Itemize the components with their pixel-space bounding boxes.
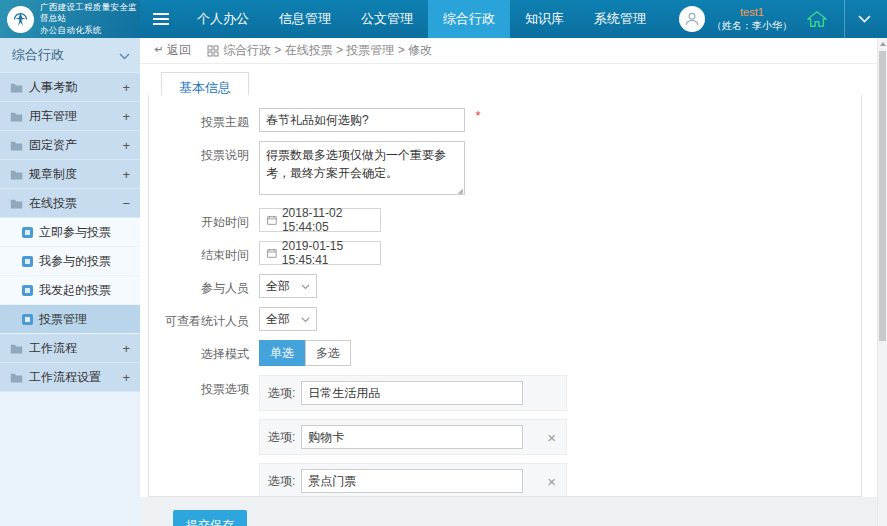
back-label: 返回 [167, 42, 191, 59]
breadcrumb-path[interactable]: 综合行政 > 在线投票 > 投票管理 > 修改 [223, 42, 432, 59]
mode-single-button[interactable]: 单选 [259, 340, 305, 366]
start-time-picker[interactable]: 2018-11-02 15:44:05 [259, 208, 381, 232]
participants-select[interactable]: 全部 [259, 274, 317, 298]
user-avatar[interactable] [679, 6, 705, 32]
option-item-label: 选项: [268, 385, 295, 402]
user-fullname: （姓名：李小华） [712, 20, 792, 33]
field-mode: 选择模式 单选 多选 [159, 340, 861, 366]
back-button[interactable]: 返回 [152, 42, 191, 59]
option-row: 选项: × [259, 463, 567, 497]
sidebar-item-attendance[interactable]: 人事考勤 + [0, 73, 140, 102]
sidebar-subitem-label: 投票管理 [39, 311, 87, 328]
option-row: 选项: [259, 375, 567, 411]
calendar-icon [267, 247, 277, 259]
delete-option-icon[interactable]: × [545, 430, 558, 445]
delete-option-icon[interactable]: × [545, 474, 558, 489]
option-item-label: 选项: [268, 473, 295, 490]
logo-emblem-icon [7, 6, 34, 33]
end-time-picker[interactable]: 2019-01-15 15:45:41 [259, 241, 381, 265]
option-input-3[interactable] [301, 469, 523, 493]
mode-label: 选择模式 [159, 340, 249, 366]
start-time-value: 2018-11-02 15:44:05 [282, 206, 373, 234]
footer-bar: 提交保存 [140, 497, 877, 526]
sidebar-section-title: 综合行政 [12, 46, 64, 64]
scrollbar-up-arrow[interactable] [878, 38, 887, 50]
app-title-line2: 办公自动化系统 [40, 25, 140, 36]
options-list: 选项: 选项: × 选项: × [259, 375, 593, 497]
field-start-time: 开始时间 2018-11-02 15:44:05 [159, 208, 861, 232]
sidebar-subitem-votes-initiated[interactable]: 我发起的投票 [0, 276, 140, 305]
description-label: 投票说明 [159, 141, 249, 199]
sidebar-item-label: 工作流程 [29, 340, 77, 357]
nav-personal-office[interactable]: 个人办公 [182, 0, 264, 38]
folder-icon [10, 82, 23, 93]
stat-viewers-label: 可查看统计人员 [159, 307, 249, 331]
mode-multi-button[interactable]: 多选 [305, 340, 351, 366]
main-nav: 个人办公 信息管理 公文管理 综合行政 知识库 系统管理 [182, 0, 661, 38]
chevron-down-icon[interactable] [845, 15, 883, 23]
stat-viewers-select[interactable]: 全部 [259, 307, 317, 331]
chevron-down-icon [301, 279, 310, 293]
options-label: 投票选项 [159, 375, 249, 497]
sidebar-subitem-label: 我发起的投票 [39, 282, 111, 299]
sidebar-item-workflow-settings[interactable]: 工作流程设置 + [0, 363, 140, 392]
sidebar-item-regulations[interactable]: 规章制度 + [0, 160, 140, 189]
main-content: 返回 综合行政 > 在线投票 > 投票管理 > 修改 基本信息 投票主题 * 投… [140, 38, 877, 526]
document-icon [22, 285, 33, 296]
nav-knowledge-base[interactable]: 知识库 [510, 0, 579, 38]
sidebar-subitem-label: 我参与的投票 [39, 253, 111, 270]
sidebar-item-fixed-assets[interactable]: 固定资产 + [0, 131, 140, 160]
nav-general-administration[interactable]: 综合行政 [428, 0, 510, 38]
sidebar-subitem-label: 立即参与投票 [39, 224, 111, 241]
expand-plus-icon: + [122, 370, 130, 385]
document-icon [22, 256, 33, 267]
sidebar-item-label: 固定资产 [29, 137, 77, 154]
user-info[interactable]: test1 （姓名：李小华） [712, 6, 792, 32]
participants-label: 参与人员 [159, 274, 249, 298]
scrollbar-thumb[interactable] [879, 51, 886, 341]
document-icon [22, 227, 33, 238]
sidebar-section-header[interactable]: 综合行政 [0, 38, 140, 73]
expand-plus-icon: + [122, 138, 130, 153]
description-textarea[interactable]: 得票数最多选项仅做为一个重要参考，最终方案开会确定。 [259, 141, 465, 195]
option-row: 选项: × [259, 419, 567, 455]
submit-save-button[interactable]: 提交保存 [173, 510, 247, 526]
folder-icon [10, 343, 23, 354]
end-time-label: 结束时间 [159, 241, 249, 265]
field-participants: 参与人员 全部 [159, 274, 861, 298]
collapse-minus-icon: − [122, 196, 130, 211]
nav-document-management[interactable]: 公文管理 [346, 0, 428, 38]
app-title-line1: 广西建设工程质量安全监督总站 [40, 2, 140, 24]
vertical-scrollbar [877, 38, 887, 526]
mode-toggle-group: 单选 多选 [259, 340, 351, 366]
folder-icon [10, 198, 23, 209]
sidebar-subitem-vote-management[interactable]: 投票管理 [0, 305, 140, 334]
grid-icon [207, 45, 219, 57]
option-input-2[interactable] [301, 425, 523, 449]
home-icon[interactable] [800, 9, 834, 29]
top-bar: 广西建设工程质量安全监督总站 办公自动化系统 个人办公 信息管理 公文管理 综合… [0, 0, 887, 38]
nav-system-management[interactable]: 系统管理 [579, 0, 661, 38]
sidebar-subitem-vote-now[interactable]: 立即参与投票 [0, 218, 140, 247]
nav-info-management[interactable]: 信息管理 [264, 0, 346, 38]
folder-icon [10, 140, 23, 151]
document-icon [22, 314, 33, 325]
hamburger-menu-icon[interactable] [140, 0, 182, 38]
option-item-label: 选项: [268, 429, 295, 446]
subject-input[interactable] [259, 108, 465, 132]
chevron-down-icon [301, 312, 310, 326]
folder-icon [10, 111, 23, 122]
expand-plus-icon: + [122, 167, 130, 182]
sidebar-item-vehicle[interactable]: 用车管理 + [0, 102, 140, 131]
option-input-1[interactable] [301, 381, 523, 405]
sidebar-subitem-votes-participated[interactable]: 我参与的投票 [0, 247, 140, 276]
sidebar-item-workflow[interactable]: 工作流程 + [0, 334, 140, 363]
form-panel: 投票主题 * 投票说明 得票数最多选项仅做为一个重要参考，最终方案开会确定。 开… [148, 95, 862, 497]
subject-label: 投票主题 [159, 108, 249, 132]
sidebar-item-label: 规章制度 [29, 166, 77, 183]
vote-edit-form: 投票主题 * 投票说明 得票数最多选项仅做为一个重要参考，最终方案开会确定。 开… [149, 95, 861, 497]
sidebar-item-online-voting[interactable]: 在线投票 − [0, 189, 140, 218]
panel-wrap: 基本信息 投票主题 * 投票说明 得票数最多选项仅做为一个重要参考，最终方案开会… [148, 64, 862, 497]
end-time-value: 2019-01-15 15:45:41 [282, 239, 373, 267]
user-username: test1 [712, 6, 792, 20]
